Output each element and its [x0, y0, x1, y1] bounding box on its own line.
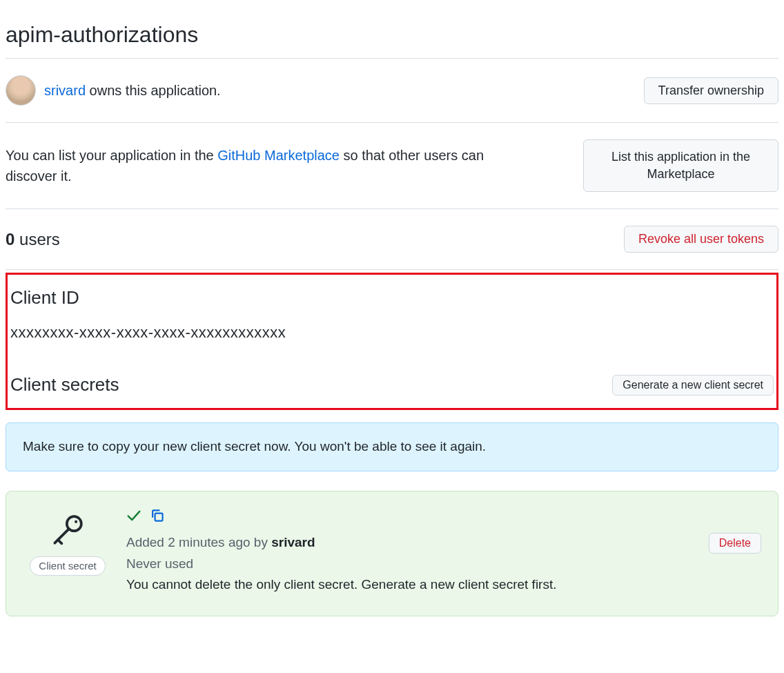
list-button-line1: List this application in the: [611, 148, 750, 166]
owner-text: srivard owns this application.: [44, 80, 221, 101]
check-icon: [126, 508, 141, 529]
client-credentials-highlight: Client ID xxxxxxxx-xxxx-xxxx-xxxx-xxxxxx…: [6, 273, 778, 410]
owner-avatar: [6, 75, 36, 106]
key-icon: [48, 511, 87, 549]
revoke-all-tokens-button[interactable]: Revoke all user tokens: [624, 226, 778, 253]
github-marketplace-link[interactable]: GitHub Marketplace: [217, 148, 340, 163]
owner-owns-text: owns this application.: [86, 83, 221, 98]
users-section: 0 users Revoke all user tokens: [6, 208, 778, 269]
client-secrets-heading: Client secrets: [10, 371, 119, 398]
added-by-user: srivard: [271, 535, 315, 549]
client-secret-card: Client secret Added 2 minutes ago by sri…: [6, 491, 778, 616]
list-in-marketplace-button[interactable]: List this application in the Marketplace: [583, 139, 778, 192]
svg-point-1: [75, 520, 77, 523]
divider: [6, 269, 778, 270]
added-time: 2 minutes ago: [168, 535, 250, 549]
added-by-prefix: by: [251, 535, 272, 549]
secret-added-line: Added 2 minutes ago by srivard: [126, 533, 695, 553]
copy-icon[interactable]: [150, 508, 165, 529]
client-id-value: xxxxxxxx-xxxx-xxxx-xxxx-xxxxxxxxxxxx: [10, 321, 774, 344]
owner-section: srivard owns this application. Transfer …: [6, 59, 778, 122]
marketplace-text-before: You can list your application in the: [6, 148, 217, 163]
delete-secret-button[interactable]: Delete: [709, 533, 761, 554]
svg-rect-2: [155, 513, 163, 520]
secret-never-used: Never used: [126, 554, 695, 574]
added-prefix: Added: [126, 535, 168, 549]
page-title: apim-authorizations: [6, 18, 778, 51]
users-count: 0 users: [6, 227, 60, 252]
users-label: users: [14, 230, 59, 248]
users-count-number: 0: [6, 230, 14, 248]
secret-body: Added 2 minutes ago by srivard Never use…: [126, 508, 695, 596]
marketplace-text: You can list your application in the Git…: [6, 145, 508, 186]
generate-client-secret-button[interactable]: Generate a new client secret: [612, 375, 774, 396]
transfer-ownership-button[interactable]: Transfer ownership: [644, 77, 778, 104]
client-secret-badge: Client secret: [30, 556, 105, 576]
owner-username-link[interactable]: srivard: [44, 83, 86, 98]
client-secrets-header: Client secrets Generate a new client sec…: [10, 371, 774, 398]
client-id-heading: Client ID: [10, 284, 774, 311]
secret-cannot-delete: You cannot delete the only client secret…: [126, 575, 695, 595]
copy-secret-warning: Make sure to copy your new client secret…: [6, 422, 778, 471]
list-button-line2: Marketplace: [611, 166, 750, 183]
marketplace-section: You can list your application in the Git…: [6, 122, 778, 208]
